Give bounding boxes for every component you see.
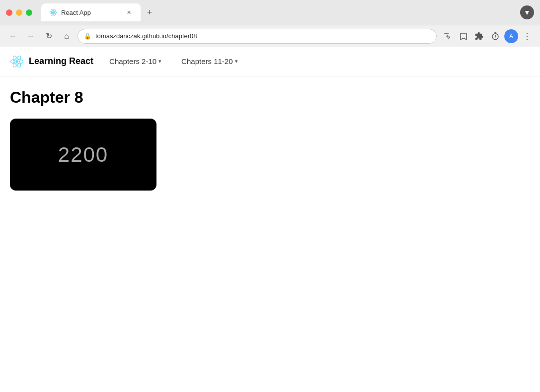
tab-favicon	[49, 8, 57, 16]
chapters-11-20-dropdown-arrow: ▾	[235, 58, 238, 65]
nav-chapters-2-10-label: Chapters 2-10	[109, 57, 156, 65]
profile-initial: A	[509, 33, 513, 40]
svg-point-0	[52, 11, 54, 13]
bookmark-icon-btn[interactable]	[457, 29, 470, 43]
tab-title: React App	[61, 9, 121, 16]
url-text: tomaszdanczak.github.io/chapter08	[95, 32, 430, 40]
number-card: 2200	[10, 119, 156, 191]
bookmark-icon	[459, 32, 468, 41]
browser-menu-icon: ▼	[520, 5, 534, 19]
tab-close-button[interactable]: ✕	[125, 8, 133, 16]
svg-point-5	[15, 60, 18, 63]
chapter-title: Chapter 8	[10, 88, 530, 107]
toolbar-icons: A ⋮	[441, 29, 534, 43]
translate-icon	[443, 32, 452, 41]
profile-avatar[interactable]: A	[504, 29, 518, 43]
card-number-display: 2200	[58, 143, 108, 167]
main-content: Chapter 8 2200	[0, 76, 540, 202]
tab-bar: React App ✕ +	[37, 3, 515, 21]
window-controls	[6, 9, 32, 16]
extension-icon-btn[interactable]	[472, 29, 486, 43]
navbar: Learning React Chapters 2-10 ▾ Chapters …	[0, 47, 540, 76]
address-input[interactable]: 🔒 tomaszdanczak.github.io/chapter08	[77, 29, 437, 44]
reload-button[interactable]: ↻	[42, 29, 56, 43]
nav-chapters-2-10[interactable]: Chapters 2-10 ▾	[105, 55, 165, 67]
chrome-menu-button[interactable]: ⋮	[520, 29, 534, 43]
address-bar: ← → ↻ ⌂ 🔒 tomaszdanczak.github.io/chapte…	[0, 25, 540, 47]
nav-chapters-11-20[interactable]: Chapters 11-20 ▾	[177, 55, 241, 67]
active-tab[interactable]: React App ✕	[41, 3, 141, 21]
translate-icon-btn[interactable]	[441, 29, 455, 43]
maximize-button[interactable]	[26, 9, 32, 16]
back-button[interactable]: ←	[6, 29, 20, 43]
close-button[interactable]	[6, 9, 12, 16]
timer-icon	[491, 32, 500, 41]
react-logo-icon	[10, 55, 24, 68]
forward-button[interactable]: →	[24, 29, 38, 43]
nav-chapters-11-20-label: Chapters 11-20	[181, 57, 232, 65]
react-tab-icon	[49, 8, 57, 16]
home-button[interactable]: ⌂	[60, 29, 74, 43]
brand-link[interactable]: Learning React	[10, 55, 93, 68]
lock-icon: 🔒	[84, 33, 91, 40]
page-content: Learning React Chapters 2-10 ▾ Chapters …	[0, 47, 540, 374]
browser-chrome: React App ✕ + ▼ ← → ↻ ⌂ 🔒 tomaszdanczak.…	[0, 0, 540, 47]
chapters-2-10-dropdown-arrow: ▾	[158, 58, 161, 65]
title-bar: React App ✕ + ▼	[0, 0, 540, 25]
brand-name: Learning React	[29, 56, 93, 66]
timer-icon-btn[interactable]	[488, 29, 502, 43]
new-tab-button[interactable]: +	[143, 5, 156, 19]
minimize-button[interactable]	[16, 9, 22, 16]
extensions-icon	[475, 32, 484, 41]
